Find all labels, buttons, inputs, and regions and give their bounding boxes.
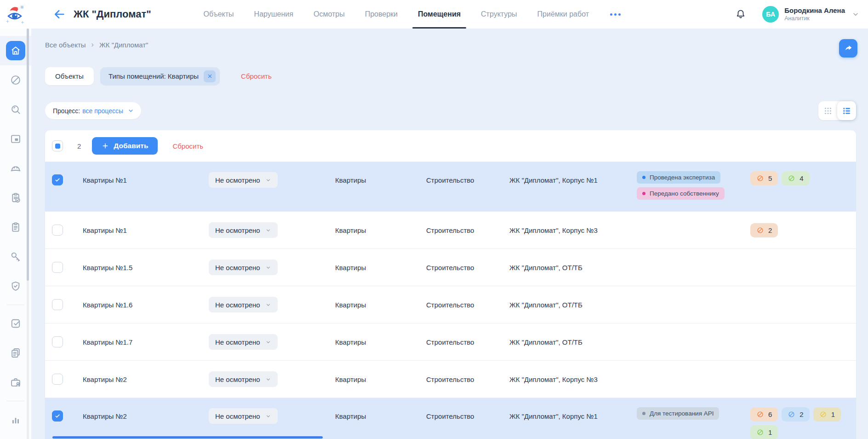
row-checkbox[interactable] <box>52 410 63 422</box>
violation-badge-green[interactable]: 1 <box>750 425 778 439</box>
objects-chip[interactable]: Объекты <box>45 67 94 85</box>
grid-view-icon <box>823 106 833 116</box>
row-checkbox[interactable] <box>52 262 63 273</box>
badges-cell: 54 <box>750 171 856 185</box>
ban-icon <box>10 74 22 86</box>
badges-cell: 6211 <box>750 407 856 439</box>
violation-badge-orange[interactable]: 2 <box>750 223 778 237</box>
room-name[interactable]: Квартиры №2 <box>77 375 209 383</box>
row-checkbox[interactable] <box>52 374 63 385</box>
notifications-bell-icon[interactable] <box>735 8 747 20</box>
chevron-down-icon <box>851 10 860 18</box>
list-view-button[interactable] <box>837 101 856 120</box>
nav-tab-3[interactable]: Проверки <box>355 0 408 29</box>
breadcrumb-all-objects[interactable]: Все объекты <box>45 41 86 49</box>
nav-more-button[interactable] <box>607 11 623 18</box>
hard-hat-icon <box>10 162 22 174</box>
table-row: Квартиры №1.5 Не осмотрено Квартиры Стро… <box>45 248 856 286</box>
panel-icon <box>10 133 22 145</box>
nav-tab-4[interactable]: Помещения <box>408 0 471 29</box>
room-type-filter-chip[interactable]: Типы помещений: Квартиры <box>100 67 220 85</box>
select-all-checkbox[interactable] <box>52 140 63 151</box>
room-name[interactable]: Квартиры №1 <box>77 226 209 234</box>
process-name: Строительство <box>426 264 509 271</box>
row-checkbox[interactable] <box>52 225 63 236</box>
room-name[interactable]: Квартиры №1.5 <box>77 264 209 271</box>
add-button[interactable]: Добавить <box>92 137 158 155</box>
status-dropdown[interactable]: Не осмотрено <box>209 408 278 424</box>
reset-filters-link[interactable]: Сбросить <box>241 72 272 80</box>
filter-row: Объекты Типы помещений: Квартиры Сбросит… <box>45 67 856 85</box>
object-location: ЖК "Дипломат", Корпус №3 <box>509 226 637 234</box>
key-icon <box>10 251 22 263</box>
ban-icon <box>756 428 764 436</box>
object-location: ЖК "Дипломат", ОТ/ТБ <box>509 338 637 346</box>
vertical-scrollbar[interactable] <box>27 29 29 439</box>
process-filter-dropdown[interactable]: Процесс: все процессы <box>45 102 141 119</box>
close-icon[interactable] <box>204 70 216 82</box>
room-type: Квартиры <box>335 375 426 383</box>
status-dropdown[interactable]: Не осмотрено <box>209 222 278 238</box>
status-dropdown[interactable]: Не осмотрено <box>209 371 278 387</box>
vertical-scrollbar-thumb[interactable] <box>27 29 29 281</box>
violation-badge-green[interactable]: 4 <box>782 171 809 185</box>
add-button-label: Добавить <box>114 142 148 150</box>
room-type: Квартиры <box>335 171 426 189</box>
violation-badge-yellow[interactable]: 1 <box>813 407 841 422</box>
user-role: Аналитик <box>784 15 845 23</box>
copy-docs-icon <box>10 347 22 359</box>
status-dropdown[interactable]: Не осмотрено <box>209 260 278 275</box>
app-logo-icon <box>4 3 26 25</box>
user-menu[interactable]: БА Бородкина Алена Аналитик <box>762 6 860 23</box>
room-type: Квартиры <box>335 301 426 309</box>
back-arrow-button[interactable] <box>52 7 66 21</box>
selected-count: 2 <box>77 142 81 150</box>
status-tag: Проведена экспертиза <box>637 171 720 184</box>
toolbar-reset-link[interactable]: Сбросить <box>172 142 203 150</box>
violation-badge-orange[interactable]: 6 <box>750 407 778 422</box>
row-checkbox[interactable] <box>52 174 63 185</box>
process-name: Строительство <box>426 375 509 383</box>
horizontal-scrollbar-thumb[interactable] <box>52 436 323 439</box>
grid-view-button[interactable] <box>818 101 837 120</box>
share-button[interactable] <box>839 39 857 58</box>
process-name: Строительство <box>426 171 509 189</box>
status-dropdown[interactable]: Не осмотрено <box>209 297 278 312</box>
row-checkbox[interactable] <box>52 299 63 310</box>
nav-tab-5[interactable]: Структуры <box>471 0 527 29</box>
badges-cell: 2 <box>750 223 856 237</box>
nav-tab-6[interactable]: Приёмки работ <box>527 0 599 29</box>
process-name: Строительство <box>426 338 509 346</box>
nav-tab-1[interactable]: Нарушения <box>244 0 303 29</box>
tag-dot-icon <box>642 412 645 415</box>
status-dropdown[interactable]: Не осмотрено <box>209 172 278 188</box>
nav-tab-2[interactable]: Осмотры <box>303 0 355 29</box>
table-row: Квартиры №1 Не осмотрено Квартиры Строит… <box>45 211 856 248</box>
ban-icon <box>756 174 764 182</box>
room-name[interactable]: Квартиры №2 <box>77 407 209 425</box>
breadcrumb-current: ЖК "Дипломат" <box>99 41 148 49</box>
sidebar-divider <box>7 305 24 305</box>
table-row: Квартиры №2 Не осмотрено Квартиры Строит… <box>45 398 856 439</box>
process-filter-label: Процесс: <box>53 107 80 115</box>
chevron-down-icon <box>127 107 134 114</box>
object-location: ЖК "Дипломат", ОТ/ТБ <box>509 264 637 271</box>
sidebar-divider <box>7 401 24 401</box>
tag-dot-icon <box>642 192 645 195</box>
controls-row: Процесс: все процессы <box>45 101 856 120</box>
rooms-table: Квартиры №1 Не осмотрено Квартиры Строит… <box>45 162 856 439</box>
room-name[interactable]: Квартиры №1 <box>77 171 209 189</box>
status-dropdown[interactable]: Не осмотрено <box>209 334 278 350</box>
room-name[interactable]: Квартиры №1.7 <box>77 338 209 346</box>
room-type: Квартиры <box>335 264 426 271</box>
violation-badge-blue[interactable]: 2 <box>782 407 809 422</box>
violation-badge-orange[interactable]: 5 <box>750 171 778 185</box>
room-name[interactable]: Квартиры №1.6 <box>77 301 209 309</box>
nav-tab-0[interactable]: Объекты <box>194 0 244 29</box>
breadcrumb: Все объекты › ЖК "Дипломат" <box>45 40 856 49</box>
main-nav: ОбъектыНарушенияОсмотрыПроверкиПомещения… <box>194 0 599 29</box>
object-location: ЖК "Дипломат", Корпус №3 <box>509 375 637 383</box>
status-tag: Передано собственнику <box>637 187 725 200</box>
briefcase-user-icon <box>10 376 22 388</box>
row-checkbox[interactable] <box>52 336 63 347</box>
